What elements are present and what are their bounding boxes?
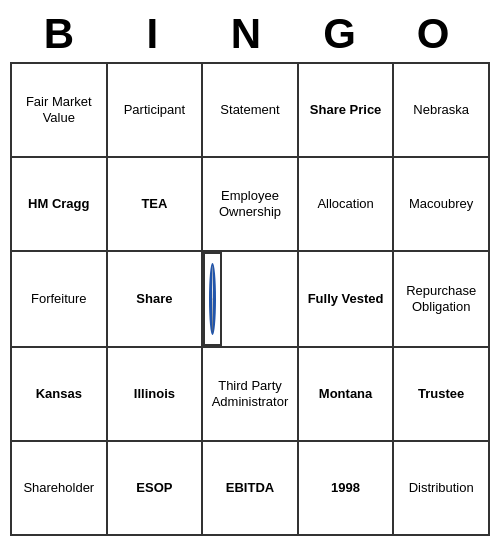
cell-r3-c1: Illinois (107, 347, 203, 441)
cell-r1-c2: Employee Ownership (202, 157, 298, 251)
cell-text-r2-c3: Fully Vested (308, 291, 384, 306)
cell-r1-c4: Macoubrey (393, 157, 489, 251)
cell-text-r2-c4: Repurchase Obligation (406, 283, 476, 314)
cell-r3-c3: Montana (298, 347, 394, 441)
cell-r0-c2: Statement (202, 63, 298, 157)
cell-text-r3-c0: Kansas (36, 386, 82, 401)
cell-text-r1-c4: Macoubrey (409, 196, 473, 211)
title-o: O (390, 10, 484, 58)
cell-text-r1-c0: HM Cragg (28, 196, 89, 211)
cell-r2-c4: Repurchase Obligation (393, 251, 489, 347)
cell-r4-c1: ESOP (107, 441, 203, 535)
cell-text-r3-c2: Third Party Administrator (212, 378, 289, 409)
free-space-logo (209, 263, 216, 335)
cell-text-r3-c4: Trustee (418, 386, 464, 401)
cell-r0-c1: Participant (107, 63, 203, 157)
cell-text-r1-c3: Allocation (317, 196, 373, 211)
cell-text-r0-c4: Nebraska (413, 102, 469, 117)
cell-text-r0-c3: Share Price (310, 102, 382, 117)
title-i: I (110, 10, 204, 58)
cell-text-r3-c1: Illinois (134, 386, 175, 401)
cell-r4-c0: Shareholder (11, 441, 107, 535)
cell-text-r2-c1: Share (136, 291, 172, 306)
cell-r0-c3: Share Price (298, 63, 394, 157)
cell-r0-c4: Nebraska (393, 63, 489, 157)
cell-r3-c2: Third Party Administrator (202, 347, 298, 441)
cell-text-r4-c2: EBITDA (226, 480, 274, 495)
cell-r1-c1: TEA (107, 157, 203, 251)
cell-r1-c3: Allocation (298, 157, 394, 251)
cell-text-r4-c3: 1998 (331, 480, 360, 495)
cell-text-r3-c3: Montana (319, 386, 372, 401)
cell-r4-c3: 1998 (298, 441, 394, 535)
cell-text-r0-c0: Fair Market Value (26, 94, 92, 125)
cell-text-r0-c2: Statement (220, 102, 279, 117)
cell-text-r4-c4: Distribution (409, 480, 474, 495)
bingo-grid: Fair Market ValueParticipantStatementSha… (10, 62, 490, 536)
bingo-title: B I N G O (10, 10, 490, 58)
cell-r3-c0: Kansas (11, 347, 107, 441)
cell-r3-c4: Trustee (393, 347, 489, 441)
cell-r2-c3: Fully Vested (298, 251, 394, 347)
title-g: G (297, 10, 391, 58)
cell-r2-c0: Forfeiture (11, 251, 107, 347)
cell-r4-c2: EBITDA (202, 441, 298, 535)
title-n: N (203, 10, 297, 58)
cell-r2-c2 (203, 252, 222, 346)
cell-text-r4-c1: ESOP (136, 480, 172, 495)
cell-text-r1-c1: TEA (141, 196, 167, 211)
cell-r2-c1: Share (107, 251, 203, 347)
title-b: B (16, 10, 110, 58)
cell-text-r0-c1: Participant (124, 102, 185, 117)
cell-text-r1-c2: Employee Ownership (219, 188, 281, 219)
cell-text-r2-c0: Forfeiture (31, 291, 87, 306)
cell-r4-c4: Distribution (393, 441, 489, 535)
cell-r0-c0: Fair Market Value (11, 63, 107, 157)
cell-r1-c0: HM Cragg (11, 157, 107, 251)
cell-text-r4-c0: Shareholder (23, 480, 94, 495)
